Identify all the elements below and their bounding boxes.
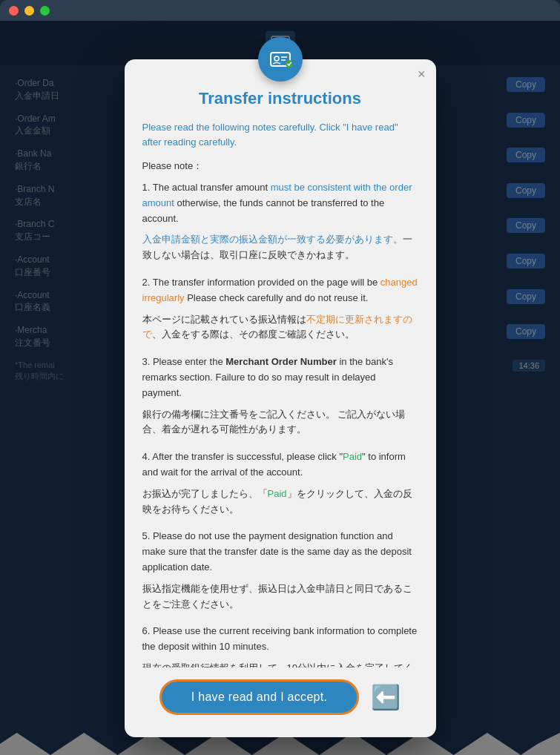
section-2-en: 2. The transfer information provided on … bbox=[142, 275, 418, 306]
modal-footer: I have read and I accept. ⬅️ bbox=[125, 667, 436, 715]
section-5-en: 5. Please do not use the payment designa… bbox=[142, 529, 418, 575]
section-4-ja: お振込が完了しましたら、「Paid」をクリックして、入金の反映をお待ちください。 bbox=[142, 487, 418, 518]
modal-close-button[interactable]: × bbox=[418, 67, 426, 82]
section-1-en: 1. The actual transfer amount must be co… bbox=[142, 180, 418, 226]
modal-intro-text: Please read the following notes carefull… bbox=[142, 120, 418, 149]
section-4-en: 4. After the transfer is successful, ple… bbox=[142, 449, 418, 481]
maximize-window-button[interactable] bbox=[40, 6, 50, 16]
section-2-ja: 本ページに記載されている振込情報は不定期に更新されますので、入金をする際は、その… bbox=[142, 312, 418, 343]
section-3-ja: 銀行の備考欄に注文番号をご記入ください。 ご記入がない場合、着金が遅れる可能性が… bbox=[142, 407, 418, 438]
id-card-icon bbox=[267, 46, 294, 73]
modal-body: Transfer instructions Please read the fo… bbox=[125, 59, 436, 667]
modal-title: Transfer instructions bbox=[142, 89, 418, 108]
section-6-en: 6. Please use the current receiving bank… bbox=[142, 624, 418, 655]
minimize-window-button[interactable] bbox=[24, 6, 34, 16]
section-5-ja: 振込指定機能を使用せず、振込日は入金申請日と同日であることをご注意ください。 bbox=[142, 581, 418, 613]
close-window-button[interactable] bbox=[9, 6, 19, 16]
please-note-label: Please note： bbox=[142, 159, 418, 173]
section-1-ja: 入金申請金額と実際の振込金額が一致する必要があります。一致しない場合は、取引口座… bbox=[142, 232, 418, 263]
svg-point-4 bbox=[274, 56, 279, 61]
arrow-left-icon: ⬅️ bbox=[371, 683, 401, 711]
section-6-ja: 現在の受取銀行情報を利用して、10分以内に入金を完了してください。 bbox=[142, 661, 418, 667]
accept-button[interactable]: I have read and I accept. bbox=[159, 679, 360, 715]
section-3-en: 3. Please enter the Merchant Order Numbe… bbox=[142, 355, 418, 400]
modal-header-icon bbox=[258, 37, 303, 82]
transfer-instructions-modal: × Transfer instructions Please read the … bbox=[125, 59, 436, 737]
window-titlebar bbox=[0, 0, 560, 21]
